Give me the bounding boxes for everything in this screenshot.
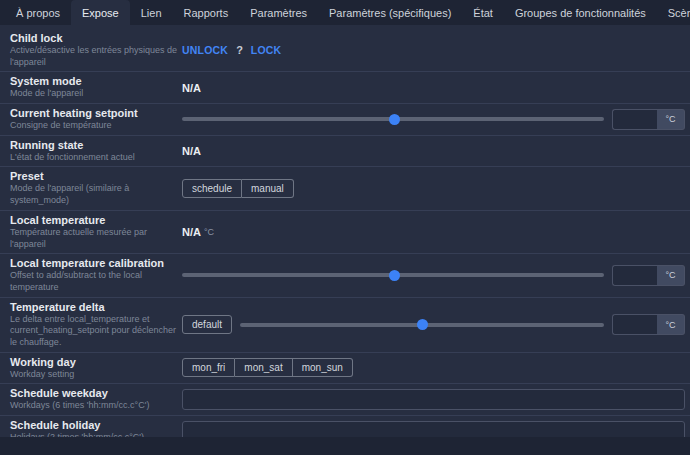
- tab-groupes-de-fonctionnalites[interactable]: Groupes de fonctionnalités: [504, 0, 657, 25]
- child-lock-lock-link[interactable]: LOCK: [251, 44, 282, 56]
- working-day-control: mon_frimon_satmon_sun: [182, 358, 685, 377]
- child-lock-title: Child lock: [10, 32, 182, 44]
- child-lock-subtitle: Active/désactive les entrées physiques d…: [10, 45, 182, 68]
- working-day-option-mon-sun-button[interactable]: mon_sun: [293, 358, 353, 377]
- tab-a-propos[interactable]: À propos: [5, 0, 71, 25]
- preset-option-schedule-button[interactable]: schedule: [182, 179, 242, 198]
- expose-row-schedule-holiday: Schedule holidayHolidays (2 times 'hh:mm…: [0, 416, 690, 437]
- tab-lien[interactable]: Lien: [130, 0, 173, 25]
- unknown-state-indicator: ?: [236, 44, 243, 56]
- schedule-holiday-input[interactable]: [182, 421, 685, 437]
- expose-row-local-temperature-calibration: Local temperature calibrationOffset to a…: [0, 254, 690, 297]
- system-mode-subtitle: Mode de l'appareil: [10, 88, 182, 100]
- temperature-delta-slider-thumb[interactable]: [417, 319, 428, 330]
- current-heating-setpoint-value-group: °C: [612, 109, 685, 130]
- expose-row-working-day: Working dayWorkday settingmon_frimon_sat…: [0, 353, 690, 385]
- local-temperature-calibration-control: °C: [182, 265, 685, 286]
- running-state-title: Running state: [10, 139, 182, 151]
- working-day-title: Working day: [10, 356, 182, 368]
- current-heating-setpoint-slider[interactable]: [182, 117, 604, 121]
- row-label: Schedule holidayHolidays (2 times 'hh:mm…: [10, 419, 182, 437]
- local-temperature-control: N/A°C: [182, 226, 685, 238]
- system-mode-value: N/A: [182, 82, 201, 94]
- tab-rapports[interactable]: Rapports: [173, 0, 240, 25]
- exposes-table: Child lockActive/désactive les entrées p…: [0, 25, 690, 437]
- expose-row-preset: PresetMode de l'appareil (similaire à sy…: [0, 167, 690, 210]
- row-label: Current heating setpointConsigne de temp…: [10, 107, 182, 132]
- schedule-holiday-title: Schedule holiday: [10, 419, 182, 431]
- tab-scene[interactable]: Scène: [657, 0, 690, 25]
- current-heating-setpoint-subtitle: Consigne de température: [10, 120, 182, 132]
- row-label: Local temperature calibrationOffset to a…: [10, 257, 182, 293]
- row-label: Temperature deltaLe delta entre local_te…: [10, 301, 182, 349]
- tab-expose[interactable]: Expose: [71, 0, 130, 25]
- preset-control: schedulemanual: [182, 179, 685, 198]
- system-mode-title: System mode: [10, 75, 182, 87]
- working-day-option-mon-fri-button[interactable]: mon_fri: [182, 358, 235, 377]
- current-heating-setpoint-control: °C: [182, 109, 685, 130]
- expose-row-current-heating-setpoint: Current heating setpointConsigne de temp…: [0, 104, 690, 136]
- system-mode-control: N/A: [182, 82, 685, 94]
- expose-row-schedule-weekday: Schedule weekdayWorkdays (6 times 'hh:mm…: [0, 384, 690, 416]
- expose-row-running-state: Running stateL'état de fonctionnement ac…: [0, 136, 690, 168]
- schedule-weekday-input[interactable]: [182, 389, 685, 410]
- expose-row-temperature-delta: Temperature deltaLe delta entre local_te…: [0, 298, 690, 353]
- tab-parametres[interactable]: Paramètres: [239, 0, 318, 25]
- local-temperature-unit: °C: [204, 227, 214, 237]
- temperature-delta-subtitle: Le delta entre local_temperature et curr…: [10, 314, 182, 349]
- working-day-option-mon-sat-button[interactable]: mon_sat: [235, 358, 292, 377]
- local-temperature-subtitle: Température actuelle mesurée par l'appar…: [10, 227, 182, 250]
- working-day-subtitle: Workday setting: [10, 369, 182, 381]
- temperature-delta-slider[interactable]: [240, 323, 604, 327]
- preset-options: schedulemanual: [182, 179, 294, 198]
- temperature-delta-control: default°C: [182, 314, 685, 335]
- local-temperature-calibration-title: Local temperature calibration: [10, 257, 182, 269]
- temperature-delta-unit-addon: °C: [657, 314, 685, 335]
- local-temperature-calibration-slider-thumb[interactable]: [389, 270, 400, 281]
- row-label: Local temperatureTempérature actuelle me…: [10, 214, 182, 250]
- local-temperature-calibration-slider[interactable]: [182, 273, 604, 277]
- local-temperature-calibration-value-group: °C: [612, 265, 685, 286]
- schedule-holiday-subtitle: Holidays (2 times 'hh:mm/cc.c°C'): [10, 432, 182, 437]
- preset-subtitle: Mode de l'appareil (similaire à system_m…: [10, 183, 182, 206]
- row-label: PresetMode de l'appareil (similaire à sy…: [10, 170, 182, 206]
- running-state-control: N/A: [182, 145, 685, 157]
- running-state-subtitle: L'état de fonctionnement actuel: [10, 152, 182, 164]
- schedule-weekday-title: Schedule weekday: [10, 387, 182, 399]
- device-exposes-page: Child lockActive/désactive les entrées p…: [0, 25, 690, 437]
- local-temperature-value: N/A: [182, 226, 201, 238]
- expose-row-local-temperature: Local temperatureTempérature actuelle me…: [0, 211, 690, 254]
- temperature-delta-value-input[interactable]: [612, 314, 657, 335]
- row-label: Schedule weekdayWorkdays (6 times 'hh:mm…: [10, 387, 182, 412]
- current-heating-setpoint-unit-addon: °C: [657, 109, 685, 130]
- local-temperature-calibration-value-input[interactable]: [612, 265, 657, 286]
- row-label: Child lockActive/désactive les entrées p…: [10, 32, 182, 68]
- local-temperature-title: Local temperature: [10, 214, 182, 226]
- temperature-delta-default-button[interactable]: default: [182, 315, 232, 334]
- schedule-holiday-control: [182, 421, 685, 437]
- row-label: Working dayWorkday setting: [10, 356, 182, 381]
- row-label: System modeMode de l'appareil: [10, 75, 182, 100]
- tab-parametres-specifiques[interactable]: Paramètres (spécifiques): [318, 0, 462, 25]
- child-lock-control: UNLOCK?LOCK: [182, 44, 685, 56]
- preset-title: Preset: [10, 170, 182, 182]
- local-temperature-calibration-unit-addon: °C: [657, 265, 685, 286]
- schedule-weekday-subtitle: Workdays (6 times 'hh:mm/cc.c°C'): [10, 400, 182, 412]
- expose-row-system-mode: System modeMode de l'appareilN/A: [0, 72, 690, 104]
- row-label: Running stateL'état de fonctionnement ac…: [10, 139, 182, 164]
- schedule-weekday-control: [182, 389, 685, 410]
- tab-etat[interactable]: État: [462, 0, 504, 25]
- working-day-options: mon_frimon_satmon_sun: [182, 358, 353, 377]
- current-heating-setpoint-value-input[interactable]: [612, 109, 657, 130]
- preset-option-manual-button[interactable]: manual: [242, 179, 294, 198]
- temperature-delta-title: Temperature delta: [10, 301, 182, 313]
- local-temperature-calibration-subtitle: Offset to add/subtract to the local temp…: [10, 270, 182, 293]
- current-heating-setpoint-title: Current heating setpoint: [10, 107, 182, 119]
- child-lock-unlock-link[interactable]: UNLOCK: [182, 44, 228, 56]
- tab-bar: À proposExposeLienRapportsParamètresPara…: [0, 0, 690, 25]
- current-heating-setpoint-slider-thumb[interactable]: [389, 114, 400, 125]
- expose-row-child-lock: Child lockActive/désactive les entrées p…: [0, 29, 690, 72]
- running-state-value: N/A: [182, 145, 201, 157]
- temperature-delta-value-group: °C: [612, 314, 685, 335]
